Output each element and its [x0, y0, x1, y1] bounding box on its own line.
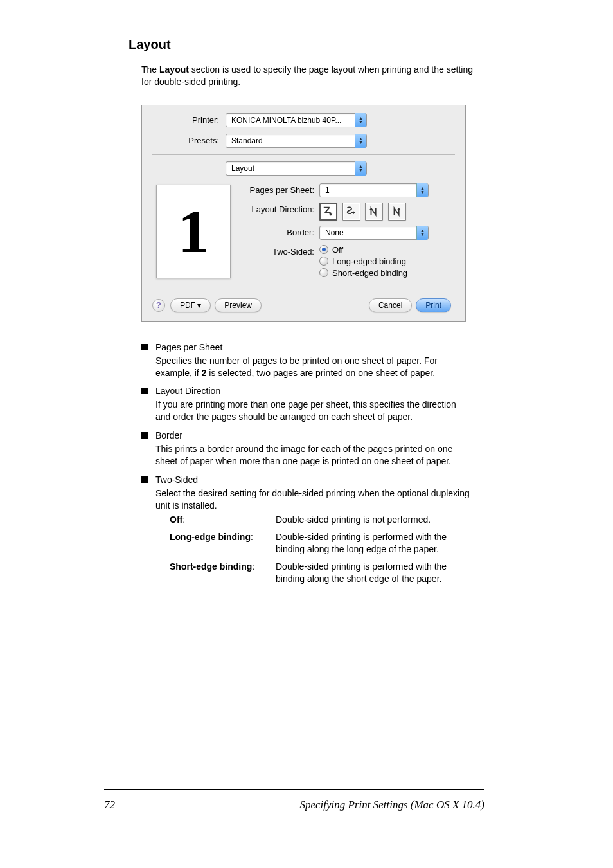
def-row-long: Long-edge binding: Double-sided printing… [170, 531, 472, 556]
updown-icon: ▲▼ [355, 134, 366, 148]
updown-icon: ▲▼ [355, 113, 366, 127]
document-page: Layout The Layout section is used to spe… [0, 0, 613, 868]
bullet-body: Two-Sided Select the desired setting for… [155, 474, 472, 590]
presets-label: Presets: [152, 136, 226, 145]
bullet-icon [141, 388, 148, 394]
bullet-body: Border This prints a border around the i… [155, 429, 472, 467]
printer-select[interactable]: KONICA MINOLTA bizhub 40P... ▲▼ [226, 113, 367, 127]
presets-value: Standard [231, 136, 355, 145]
pps-body-c: is selected, two pages are printed on on… [206, 368, 435, 378]
intro-paragraph: The Layout section is used to specify th… [141, 64, 484, 88]
footer-title: Specifying Print Settings (Mac OS X 10.4… [299, 799, 484, 811]
bullet-item-border: Border This prints a border around the i… [141, 429, 472, 467]
border-value: None [325, 228, 416, 237]
def-key-long: Long-edge binding [170, 532, 251, 542]
bullet-body: Layout Direction If you are printing mor… [155, 385, 472, 423]
footer-rule [104, 789, 484, 790]
bullet-icon [141, 344, 148, 350]
bullet-title: Two-Sided [155, 474, 472, 486]
direction-n-icon[interactable] [388, 203, 406, 221]
direction-n-mirror-icon[interactable] [365, 203, 383, 221]
def-row-off: Off: Double-sided printing is not perfor… [170, 514, 472, 526]
bullet-text: If you are printing more than one page p… [155, 399, 472, 423]
border-label: Border: [240, 226, 319, 237]
direction-label: Layout Direction: [240, 203, 319, 214]
twosided-long-radio[interactable]: Long-edged binding [319, 257, 455, 266]
print-dialog: Printer: KONICA MINOLTA bizhub 40P... ▲▼… [141, 105, 466, 322]
help-button[interactable]: ? [152, 299, 165, 312]
print-button[interactable]: Print [416, 298, 451, 312]
def-val: Double-sided printing is not performed. [276, 514, 431, 526]
pane-select[interactable]: Layout ▲▼ [226, 161, 367, 176]
pps-value: 1 [325, 186, 416, 195]
radio-icon [319, 245, 328, 254]
updown-icon: ▲▼ [355, 161, 366, 176]
presets-select[interactable]: Standard ▲▼ [226, 134, 367, 148]
radio-icon [319, 268, 328, 277]
bullet-text: Select the desired setting for double-si… [155, 487, 472, 512]
pane-value: Layout [231, 164, 355, 173]
pane-row: Layout ▲▼ [152, 161, 455, 176]
twosided-label: Two-Sided: [240, 245, 319, 257]
twosided-row: Two-Sided: Off Long-edged binding [240, 245, 455, 280]
pps-label: Pages per Sheet: [240, 183, 319, 195]
def-key: Short-edge binding: [170, 561, 276, 585]
twosided-short-text: Short-edged binding [332, 268, 407, 278]
bullet-text: This prints a border around the image fo… [155, 443, 472, 467]
dialog-separator [152, 154, 455, 155]
def-key: Long-edge binding: [170, 531, 276, 556]
preview-button[interactable]: Preview [215, 298, 262, 312]
dialog-separator [152, 289, 455, 289]
printer-row: Printer: KONICA MINOLTA bizhub 40P... ▲▼ [152, 113, 455, 127]
bullet-text: Specifies the number of pages to be prin… [155, 355, 472, 379]
layout-controls: Pages per Sheet: 1 ▲▼ Layout Direction: [240, 182, 455, 285]
bullet-item-twosided: Two-Sided Select the desired setting for… [141, 474, 472, 590]
def-row-short: Short-edge binding: Double-sided printin… [170, 561, 472, 585]
intro-a: The [141, 64, 159, 75]
direction-row: Layout Direction: [240, 203, 455, 221]
pps-row: Pages per Sheet: 1 ▲▼ [240, 183, 455, 197]
twosided-off-text: Off [332, 245, 343, 255]
intro-c: section is used to specify the page layo… [141, 64, 473, 87]
bullet-item-dir: Layout Direction If you are printing mor… [141, 385, 472, 423]
presets-row: Presets: Standard ▲▼ [152, 134, 455, 148]
bullet-icon [141, 432, 148, 439]
dialog-footer: ? PDF ▾ Preview Cancel Print [152, 298, 455, 312]
definition-table: Off: Double-sided printing is not perfor… [170, 514, 472, 584]
def-val: Double-sided printing is performed with … [276, 561, 472, 585]
intro-b: Layout [159, 64, 189, 75]
bullet-title: Pages per Sheet [155, 341, 472, 354]
page-number: 72 [104, 799, 115, 811]
direction-buttons [319, 203, 455, 221]
colon: : [251, 532, 253, 542]
bullet-list: Pages per Sheet Specifies the number of … [141, 341, 472, 590]
updown-icon: ▲▼ [416, 226, 428, 240]
bullet-item-pps: Pages per Sheet Specifies the number of … [141, 341, 472, 379]
printer-value: KONICA MINOLTA bizhub 40P... [231, 116, 355, 125]
def-key-off: Off [170, 514, 182, 525]
twosided-options: Off Long-edged binding Short-edged bindi… [319, 245, 455, 280]
def-val: Double-sided printing is performed with … [276, 531, 472, 556]
direction-z-icon[interactable] [319, 203, 337, 221]
colon: : [252, 561, 254, 572]
bullet-icon [141, 476, 148, 483]
pdf-button[interactable]: PDF ▾ [170, 298, 211, 312]
printer-label: Printer: [152, 115, 226, 125]
radio-icon [319, 257, 328, 266]
bullet-body: Pages per Sheet Specifies the number of … [155, 341, 472, 379]
direction-s-icon[interactable] [342, 203, 360, 221]
page-preview: 1 [156, 185, 231, 278]
layout-body: 1 Pages per Sheet: 1 ▲▼ Layout Dire [152, 182, 455, 285]
border-row: Border: None ▲▼ [240, 226, 455, 240]
pps-select[interactable]: 1 ▲▼ [319, 183, 429, 197]
border-select[interactable]: None ▲▼ [319, 226, 429, 240]
updown-icon: ▲▼ [416, 183, 428, 197]
bullet-title: Layout Direction [155, 385, 472, 397]
twosided-off-radio[interactable]: Off [319, 245, 455, 255]
page-preview-number: 1 [178, 195, 209, 267]
colon: : [182, 514, 185, 525]
def-key-short: Short-edge binding [170, 561, 252, 572]
twosided-long-text: Long-edged binding [332, 257, 406, 266]
twosided-short-radio[interactable]: Short-edged binding [319, 268, 455, 278]
cancel-button[interactable]: Cancel [369, 298, 412, 312]
